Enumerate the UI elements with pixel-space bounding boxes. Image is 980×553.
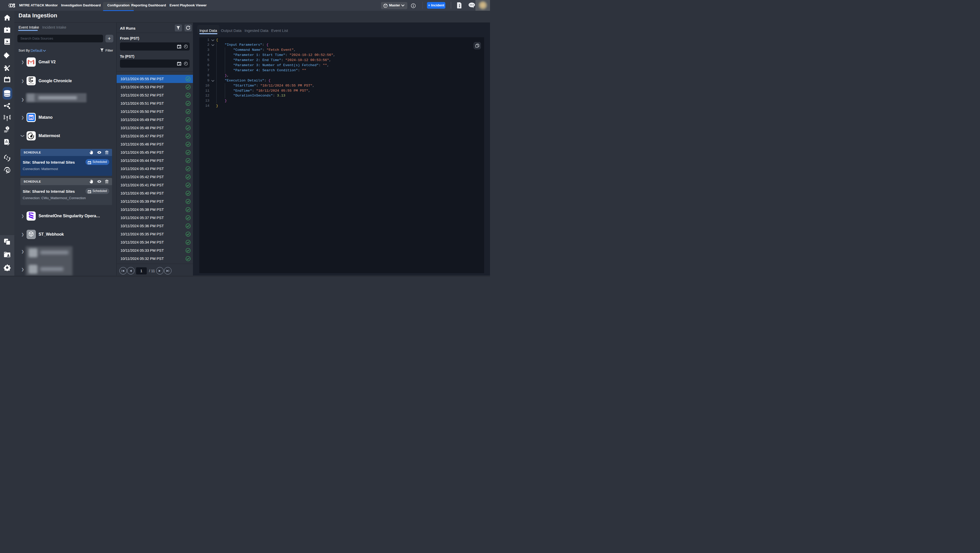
svg-text:chronicle: chronicle [28,83,34,84]
